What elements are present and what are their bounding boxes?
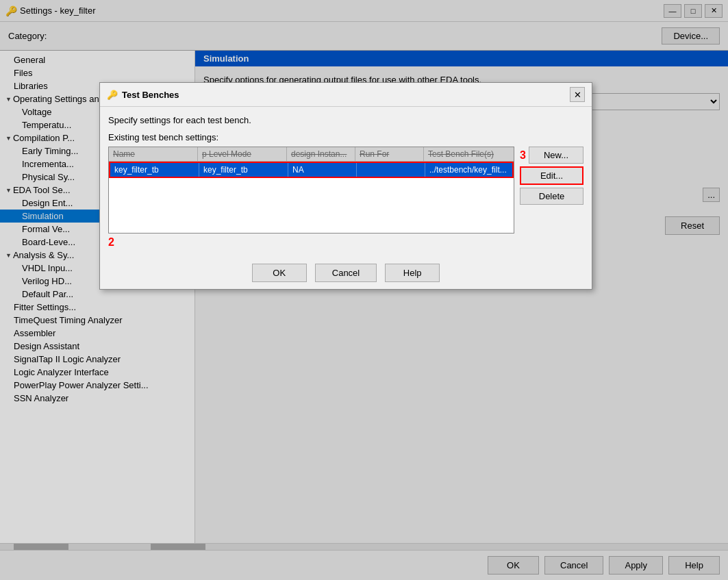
new-button[interactable]: New... bbox=[529, 147, 583, 164]
modal-icon: 🔑 bbox=[107, 90, 118, 100]
col-files: Test Bench File(s) bbox=[424, 147, 514, 161]
modal-buttons: OK Cancel Help bbox=[100, 257, 592, 289]
col-runfor: Run For bbox=[355, 147, 424, 161]
test-bench-table: Name p Level Mode design Instan... Run F… bbox=[108, 147, 514, 234]
modal-body: Specify settings for each test bench. Ex… bbox=[100, 107, 592, 257]
modal-cancel-button[interactable]: Cancel bbox=[315, 264, 377, 282]
table-side-buttons: 3 New... Edit... Delete bbox=[514, 147, 583, 234]
annotation-2-badge: 2 bbox=[108, 236, 583, 249]
col-name: Name bbox=[109, 147, 198, 161]
delete-button[interactable]: Delete bbox=[520, 188, 583, 205]
cell-files: ../testbench/key_filt... bbox=[425, 163, 512, 177]
cell-design-inst: NA bbox=[288, 163, 357, 177]
cell-name: key_filter_tb bbox=[110, 163, 199, 177]
modal-title-bar: 🔑 Test Benches ✕ bbox=[100, 83, 592, 107]
annotation-3-badge: 3 bbox=[520, 149, 526, 162]
modal-help-button[interactable]: Help bbox=[385, 264, 440, 282]
cell-toplevel: key_filter_tb bbox=[199, 163, 288, 177]
modal-title: Test Benches bbox=[122, 90, 566, 100]
modal-ok-button[interactable]: OK bbox=[252, 264, 307, 282]
col-design-inst: design Instan... bbox=[287, 147, 355, 161]
table-header-row: Name p Level Mode design Instan... Run F… bbox=[109, 147, 514, 162]
modal-close-button[interactable]: ✕ bbox=[570, 87, 585, 102]
existing-label: Existing test bench settings: bbox=[108, 132, 583, 142]
cell-runfor bbox=[357, 163, 425, 177]
table-empty-area bbox=[109, 178, 514, 233]
modal-overlay: 🔑 Test Benches ✕ Specify settings for ea… bbox=[0, 0, 728, 580]
table-main: Name p Level Mode design Instan... Run F… bbox=[108, 147, 514, 234]
table-side-container: Name p Level Mode design Instan... Run F… bbox=[108, 147, 583, 234]
table-row[interactable]: key_filter_tb key_filter_tb NA ../testbe… bbox=[110, 163, 512, 177]
test-benches-dialog: 🔑 Test Benches ✕ Specify settings for ea… bbox=[99, 82, 592, 290]
modal-description: Specify settings for each test bench. bbox=[108, 115, 583, 125]
col-toplevel: p Level Mode bbox=[198, 147, 287, 161]
edit-button[interactable]: Edit... bbox=[520, 166, 583, 185]
